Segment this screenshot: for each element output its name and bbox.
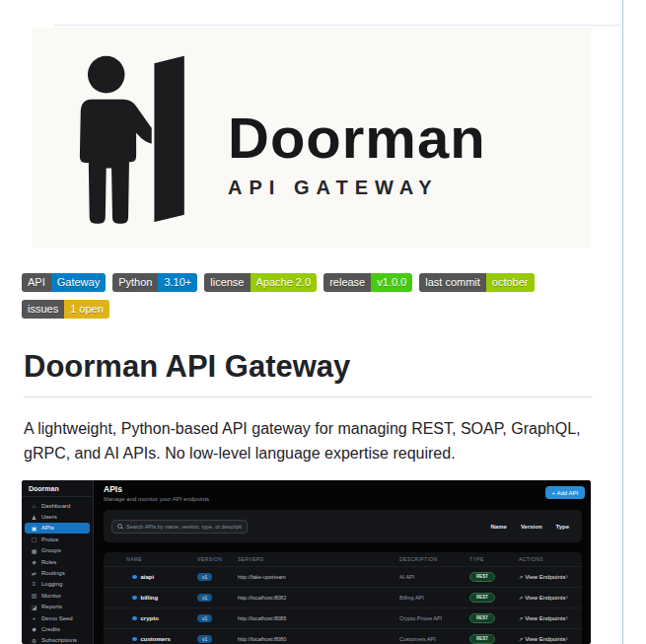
badge-value: v1.0.0 xyxy=(371,273,412,292)
badge-last-commit[interactable]: last commit october xyxy=(419,273,534,292)
logo-subtitle: API GATEWAY xyxy=(228,177,486,199)
api-name: customers xyxy=(141,636,171,642)
table-row: aiapi v1 http://fake-upstream AI API RES… xyxy=(104,566,582,587)
api-name: billing xyxy=(141,595,159,601)
sidebar-item-demo-seed: +Demo Seed xyxy=(25,612,90,623)
person-figure-icon xyxy=(80,55,163,223)
api-dot-icon xyxy=(132,616,137,621)
type-badge: REST xyxy=(469,613,495,623)
view-endpoints-action: ↗View Endpoints xyxy=(519,636,565,642)
dashboard-screenshot[interactable]: Doorman ⌂Dashboard ♟Users ▣APIs ▢Protos … xyxy=(22,480,591,644)
version-badge: v1 xyxy=(197,614,212,622)
sidebar-item-monitor: ▥Monitor xyxy=(25,590,90,601)
protos-icon: ▢ xyxy=(31,536,37,542)
roles-icon: ◈ xyxy=(31,558,37,565)
server-url: http://localhost:8082 xyxy=(238,595,399,601)
badge-value: october xyxy=(486,273,535,292)
badge-value: 1 open xyxy=(64,300,109,319)
external-link-icon: ↗ xyxy=(519,615,523,621)
table-header: NAME VERSION SERVERS DESCRIPTION TYPE AC… xyxy=(104,552,582,566)
external-link-icon: ↗ xyxy=(519,574,523,580)
badge-label: API xyxy=(22,273,51,292)
api-description: Customers API xyxy=(399,636,469,642)
credits-icon: ◆ xyxy=(31,625,37,632)
sidebar-item-protos: ▢Protos xyxy=(25,534,90,544)
badge-label: license xyxy=(204,273,250,292)
pane-divider xyxy=(622,0,623,644)
badge-release[interactable]: release v1.0.0 xyxy=(323,273,412,292)
badge-api-gateway[interactable]: API Gateway xyxy=(22,273,106,292)
sidebar-item-logging: ≡Logging xyxy=(25,579,90,590)
chevron-right-icon: › xyxy=(565,573,568,581)
badge-label: issues xyxy=(22,300,64,319)
logo-title: Doorman xyxy=(228,109,486,167)
api-dot-icon xyxy=(132,637,137,642)
routings-icon: ⇄ xyxy=(31,570,37,577)
panel-title: APIs xyxy=(104,484,209,494)
badge-label: Python xyxy=(112,273,158,292)
sidebar-item-apis: ▣APIs xyxy=(25,523,90,534)
column-header-version: VERSION xyxy=(197,556,238,562)
door-icon xyxy=(153,54,185,224)
server-url: http://fake-upstream xyxy=(238,574,399,580)
badge-issues[interactable]: issues 1 open xyxy=(22,300,109,319)
type-badge: REST xyxy=(469,634,495,644)
api-name: aiapi xyxy=(141,574,155,580)
version-badge: v1 xyxy=(197,594,212,602)
sidebar-item-users: ♟Users xyxy=(25,511,90,522)
api-name: crypto xyxy=(141,615,159,621)
reports-icon: ◪ xyxy=(31,604,37,610)
badge-python[interactable]: Python 3.10+ xyxy=(112,273,197,292)
sidebar-item-reports: ◪Reports xyxy=(25,602,90,612)
demo-seed-icon: + xyxy=(31,615,37,621)
sidebar-item-dashboard: ⌂Dashboard xyxy=(25,500,90,511)
filter-bar: Name Version Type xyxy=(104,510,582,542)
external-link-icon: ↗ xyxy=(519,595,523,601)
badge-value: Apache 2.0 xyxy=(251,273,318,292)
sidebar-item-roles: ◈Roles xyxy=(25,556,90,567)
sidebar-item-subscriptions: ⚙Subscriptions xyxy=(25,635,90,644)
sidebar-brand: Doorman xyxy=(22,480,93,497)
top-divider xyxy=(54,25,621,26)
api-dot-icon xyxy=(132,596,137,601)
search-input xyxy=(126,524,242,530)
screenshot-main: APIs Manage and monitor your API endpoin… xyxy=(94,480,591,644)
intro-paragraph: A lightweight, Python-based API gateway … xyxy=(24,417,596,465)
external-link-icon: ↗ xyxy=(519,636,523,642)
home-icon: ⌂ xyxy=(31,503,37,509)
search-box xyxy=(111,520,248,534)
badge-value: 3.10+ xyxy=(158,273,197,292)
type-badge: REST xyxy=(469,572,495,582)
badge-label: release xyxy=(323,273,371,292)
server-url: http://localhost:8080 xyxy=(238,636,399,642)
chevron-right-icon: › xyxy=(565,635,568,643)
column-header-type: TYPE xyxy=(469,556,519,562)
view-endpoints-action: ↗View Endpoints xyxy=(519,615,565,621)
column-header-servers: SERVERS xyxy=(238,556,399,562)
page-title: Doorman API Gateway xyxy=(24,348,593,397)
subscriptions-icon: ⚙ xyxy=(31,637,37,644)
badge-label: last commit xyxy=(419,273,486,292)
sort-name-label: Name xyxy=(491,524,507,530)
badge-license[interactable]: license Apache 2.0 xyxy=(204,273,317,292)
sort-version-label: Version xyxy=(521,524,542,530)
sidebar-item-routings: ⇄Routings xyxy=(25,567,90,578)
monitor-icon: ▥ xyxy=(31,592,37,599)
column-header-actions: ACTIONS xyxy=(519,556,568,562)
column-header-description: DESCRIPTION xyxy=(399,556,469,562)
type-badge: REST xyxy=(469,593,495,603)
api-description: AI API xyxy=(399,574,469,580)
table-row: crypto v1 http://localhost:8085 Crypto P… xyxy=(104,608,582,628)
server-url: http://localhost:8085 xyxy=(238,615,399,621)
panel-subtitle: Manage and monitor your API endpoints xyxy=(104,496,209,502)
groups-icon: ▦ xyxy=(31,547,37,554)
table-row: customers v1 http://localhost:8080 Custo… xyxy=(104,628,582,644)
sort-type-label: Type xyxy=(556,524,570,530)
api-dot-icon xyxy=(132,575,137,580)
chevron-right-icon: › xyxy=(565,594,568,602)
users-icon: ♟ xyxy=(31,514,37,521)
add-api-button: + Add API xyxy=(545,486,586,499)
sidebar-item-groups: ▦Groups xyxy=(25,545,90,556)
api-description: Crypto Prices API xyxy=(399,615,469,621)
api-description: Billing API xyxy=(399,595,469,601)
